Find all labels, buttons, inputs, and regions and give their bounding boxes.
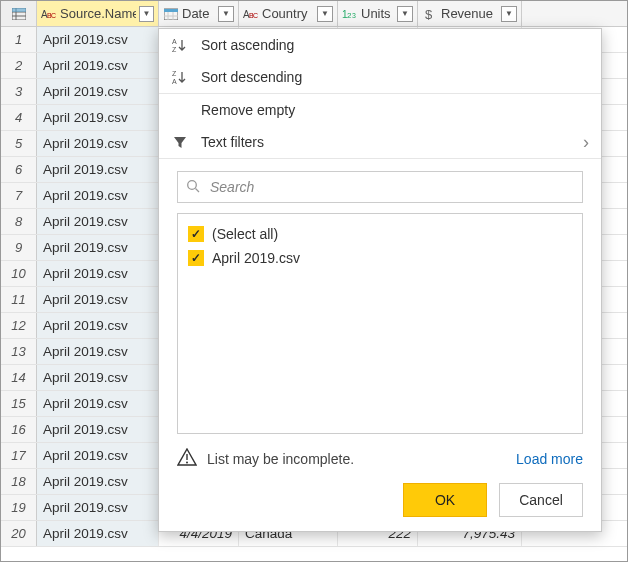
menu-label: Sort descending <box>201 69 302 85</box>
row-number: 12 <box>1 313 37 338</box>
row-number: 9 <box>1 235 37 260</box>
filter-dropdown-button[interactable]: ▼ <box>501 6 517 22</box>
row-number: 3 <box>1 79 37 104</box>
row-number: 8 <box>1 209 37 234</box>
warning-icon <box>177 448 197 469</box>
cell-sourcename[interactable]: April 2019.csv <box>37 365 159 390</box>
row-number: 5 <box>1 131 37 156</box>
currency-type-icon: $ <box>422 6 438 22</box>
filter-dropdown-button[interactable]: ▼ <box>218 6 234 22</box>
column-header-country[interactable]: ABC Country ▼ <box>239 1 338 26</box>
number-type-icon: 123 <box>342 6 358 22</box>
svg-text:C: C <box>51 12 56 19</box>
ok-button[interactable]: OK <box>403 483 487 517</box>
text-type-icon: ABC <box>243 6 259 22</box>
svg-text:Z: Z <box>172 46 177 53</box>
sort-descending-item[interactable]: ZA Sort descending <box>159 61 601 93</box>
filter-dropdown-button[interactable]: ▼ <box>139 6 154 22</box>
remove-empty-item[interactable]: Remove empty <box>159 94 601 126</box>
checkbox-checked-icon: ✓ <box>188 226 204 242</box>
column-header-date[interactable]: Date ▼ <box>159 1 239 26</box>
filter-icon <box>171 135 189 149</box>
incomplete-message: List may be incomplete. <box>207 451 354 467</box>
cell-sourcename[interactable]: April 2019.csv <box>37 443 159 468</box>
cell-sourcename[interactable]: April 2019.csv <box>37 391 159 416</box>
row-number: 17 <box>1 443 37 468</box>
column-header-row: ABC Source.Name ▼ Date ▼ ABC Country ▼ 1… <box>1 1 627 27</box>
checkbox-checked-icon: ✓ <box>188 250 204 266</box>
column-header-units[interactable]: 123 Units ▼ <box>338 1 418 26</box>
row-number: 16 <box>1 417 37 442</box>
menu-label: Sort ascending <box>201 37 294 53</box>
column-label: Country <box>262 6 314 21</box>
cell-sourcename[interactable]: April 2019.csv <box>37 79 159 104</box>
row-number: 19 <box>1 495 37 520</box>
svg-rect-9 <box>164 9 178 12</box>
checkbox-label: (Select all) <box>212 226 278 242</box>
table-icon <box>12 8 26 20</box>
cell-sourcename[interactable]: April 2019.csv <box>37 521 159 546</box>
column-label: Date <box>182 6 215 21</box>
svg-text:Z: Z <box>172 70 177 77</box>
filter-dropdown-button[interactable]: ▼ <box>397 6 413 22</box>
menu-label: Remove empty <box>201 102 295 118</box>
row-number: 18 <box>1 469 37 494</box>
svg-line-25 <box>196 188 200 192</box>
cell-sourcename[interactable]: April 2019.csv <box>37 105 159 130</box>
cell-sourcename[interactable]: April 2019.csv <box>37 53 159 78</box>
cell-sourcename[interactable]: April 2019.csv <box>37 287 159 312</box>
text-filters-item[interactable]: Text filters › <box>159 126 601 158</box>
row-number: 2 <box>1 53 37 78</box>
svg-text:3: 3 <box>352 12 356 19</box>
row-number: 10 <box>1 261 37 286</box>
cell-sourcename[interactable]: April 2019.csv <box>37 469 159 494</box>
column-header-revenue[interactable]: $ Revenue ▼ <box>418 1 522 26</box>
svg-point-24 <box>188 180 197 189</box>
cell-sourcename[interactable]: April 2019.csv <box>37 27 159 52</box>
table-icon-header[interactable] <box>1 1 37 26</box>
column-label: Revenue <box>441 6 498 21</box>
date-type-icon <box>163 6 179 22</box>
sort-ascending-item[interactable]: AZ Sort ascending <box>159 29 601 61</box>
column-filter-panel: AZ Sort ascending ZA Sort descending Rem… <box>158 28 602 532</box>
select-all-checkbox[interactable]: ✓ (Select all) <box>186 222 574 246</box>
divider <box>159 158 601 159</box>
filter-dropdown-button[interactable]: ▼ <box>317 6 333 22</box>
search-input[interactable] <box>208 178 574 196</box>
filter-value-checkbox[interactable]: ✓ April 2019.csv <box>186 246 574 270</box>
cell-sourcename[interactable]: April 2019.csv <box>37 495 159 520</box>
row-number: 4 <box>1 105 37 130</box>
sort-desc-icon: ZA <box>171 69 189 85</box>
row-number: 14 <box>1 365 37 390</box>
cell-sourcename[interactable]: April 2019.csv <box>37 209 159 234</box>
cell-sourcename[interactable]: April 2019.csv <box>37 417 159 442</box>
row-number: 13 <box>1 339 37 364</box>
search-box[interactable] <box>177 171 583 203</box>
search-icon <box>186 179 200 196</box>
svg-text:A: A <box>172 38 177 45</box>
cancel-button[interactable]: Cancel <box>499 483 583 517</box>
menu-label: Text filters <box>201 134 264 150</box>
cell-sourcename[interactable]: April 2019.csv <box>37 313 159 338</box>
text-type-icon: ABC <box>41 6 57 22</box>
cell-sourcename[interactable]: April 2019.csv <box>37 183 159 208</box>
chevron-right-icon: › <box>583 133 589 151</box>
row-number: 6 <box>1 157 37 182</box>
checkbox-label: April 2019.csv <box>212 250 300 266</box>
svg-text:$: $ <box>425 7 433 21</box>
column-header-sourcename[interactable]: ABC Source.Name ▼ <box>37 1 159 26</box>
row-number: 15 <box>1 391 37 416</box>
column-label: Source.Name <box>60 6 136 21</box>
cell-sourcename[interactable]: April 2019.csv <box>37 261 159 286</box>
load-more-link[interactable]: Load more <box>516 451 583 467</box>
cell-sourcename[interactable]: April 2019.csv <box>37 235 159 260</box>
svg-text:C: C <box>253 12 258 19</box>
cell-sourcename[interactable]: April 2019.csv <box>37 131 159 156</box>
row-number: 1 <box>1 27 37 52</box>
cell-sourcename[interactable]: April 2019.csv <box>37 339 159 364</box>
cell-sourcename[interactable]: April 2019.csv <box>37 157 159 182</box>
row-number: 7 <box>1 183 37 208</box>
row-number: 20 <box>1 521 37 546</box>
svg-text:A: A <box>172 78 177 85</box>
filter-values-list[interactable]: ✓ (Select all) ✓ April 2019.csv <box>177 213 583 434</box>
